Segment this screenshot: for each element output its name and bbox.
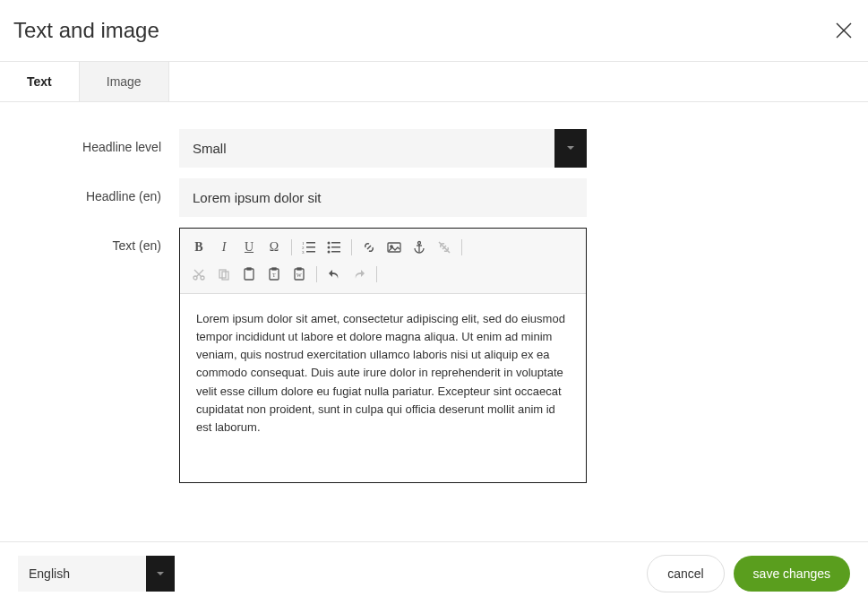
svg-rect-31 [297, 268, 301, 270]
paste-icon[interactable] [237, 264, 261, 285]
editor-textarea[interactable]: Lorem ipsum dolor sit amet, consectetur … [180, 294, 586, 482]
undo-icon[interactable] [322, 264, 346, 285]
modal-title: Text and image [13, 18, 159, 43]
chevron-down-icon[interactable] [554, 129, 587, 168]
modal-tabs: Text Image [0, 62, 868, 102]
rich-text-editor: B I U Ω 123 [179, 228, 587, 483]
copy-icon [212, 264, 236, 285]
modal-content: Headline level Small Headline (en) Text … [0, 102, 868, 541]
link-icon[interactable] [357, 237, 381, 258]
toolbar-separator [351, 239, 352, 255]
tab-image[interactable]: Image [79, 62, 169, 101]
svg-text:T: T [272, 272, 276, 278]
svg-rect-28 [272, 268, 276, 270]
toolbar-separator [291, 239, 292, 255]
modal-header: Text and image [0, 0, 868, 62]
language-value: English [18, 556, 146, 592]
anchor-icon[interactable] [408, 237, 431, 258]
svg-rect-26 [247, 268, 251, 270]
row-text: Text (en) B I U Ω 123 [27, 228, 841, 483]
svg-text:W: W [296, 272, 302, 278]
underline-icon[interactable]: U [237, 237, 261, 258]
svg-rect-5 [306, 246, 315, 248]
text-image-modal: Text and image Text Image Headline level… [0, 0, 868, 605]
bold-icon[interactable]: B [187, 237, 211, 258]
modal-footer: English cancel save changes [0, 541, 868, 605]
headline-input[interactable] [179, 178, 587, 217]
unlink-icon [433, 237, 456, 258]
svg-rect-11 [331, 246, 340, 248]
svg-rect-25 [245, 269, 254, 280]
label-text: Text (en) [27, 228, 179, 253]
footer-actions: cancel save changes [647, 555, 850, 592]
svg-text:3: 3 [302, 250, 305, 255]
cut-icon [187, 264, 211, 285]
toolbar-separator [461, 239, 462, 255]
italic-icon[interactable]: I [212, 237, 236, 258]
tab-text[interactable]: Text [0, 62, 79, 101]
label-headline-level: Headline level [27, 129, 179, 154]
row-headline: Headline (en) [27, 178, 841, 217]
svg-point-16 [418, 242, 421, 245]
close-icon[interactable] [833, 20, 855, 41]
svg-point-8 [328, 242, 331, 245]
ordered-list-icon[interactable]: 123 [297, 237, 321, 258]
label-headline: Headline (en) [27, 178, 179, 203]
row-headline-level: Headline level Small [27, 129, 841, 168]
svg-rect-3 [306, 242, 315, 244]
redo-icon [348, 264, 371, 285]
select-headline-level-value: Small [179, 129, 554, 168]
paste-word-icon[interactable]: W [288, 264, 311, 285]
svg-rect-9 [331, 242, 340, 244]
select-headline-level[interactable]: Small [179, 129, 587, 168]
unordered-list-icon[interactable] [322, 237, 346, 258]
toolbar-separator [376, 266, 377, 282]
editor-toolbar: B I U Ω 123 [180, 229, 586, 294]
svg-rect-7 [306, 251, 315, 253]
language-select[interactable]: English [18, 556, 175, 592]
chevron-down-icon[interactable] [146, 556, 175, 592]
cancel-button[interactable]: cancel [647, 555, 724, 592]
save-button[interactable]: save changes [734, 556, 850, 592]
svg-point-10 [328, 246, 331, 249]
svg-point-12 [328, 251, 331, 254]
toolbar-separator [316, 266, 317, 282]
paste-text-icon[interactable]: T [262, 264, 286, 285]
special-char-icon[interactable]: Ω [262, 237, 286, 258]
svg-rect-13 [331, 251, 340, 253]
image-icon[interactable] [382, 237, 406, 258]
